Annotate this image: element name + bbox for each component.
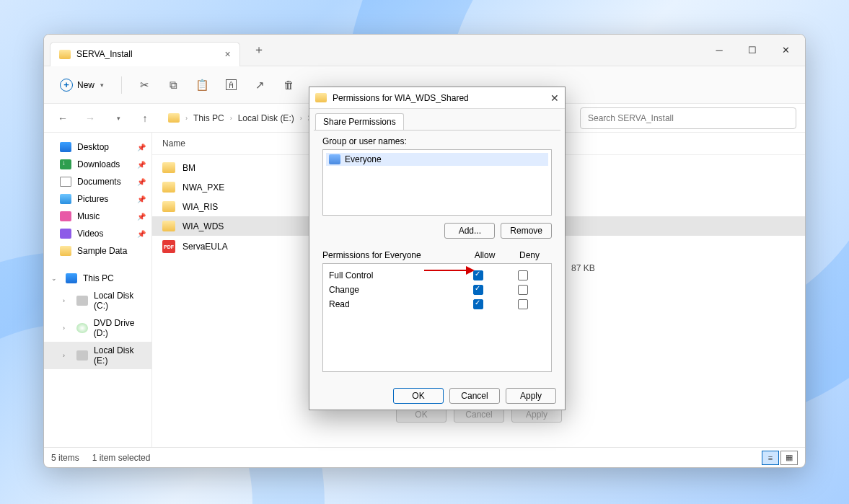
cancel-button[interactable]: Cancel	[449, 388, 500, 404]
add-button[interactable]: Add...	[444, 223, 495, 239]
paste-icon[interactable]: 📋	[190, 73, 214, 97]
share-icon[interactable]: ↗	[247, 73, 272, 97]
close-icon[interactable]: ✕	[550, 92, 559, 104]
plus-icon: +	[60, 79, 73, 92]
sidebar-item-label: Sample Data	[77, 246, 127, 256]
sidebar-item-videos[interactable]: Videos📌	[44, 225, 151, 242]
music-icon	[60, 211, 71, 221]
sidebar-item-this-pc[interactable]: ⌄This PC	[44, 270, 151, 287]
sidebar-item-desktop[interactable]: Desktop📌	[44, 138, 151, 156]
folder-icon	[162, 201, 175, 212]
sidebar-item-drive[interactable]: ›Local Disk (C:)	[44, 287, 151, 314]
permission-row: Change	[329, 283, 545, 297]
pin-icon: 📌	[137, 178, 146, 186]
forward-button[interactable]: →	[80, 108, 100, 128]
allow-checkbox[interactable]	[473, 270, 483, 280]
folder-icon	[168, 113, 180, 123]
recent-dropdown[interactable]: ▾	[107, 108, 128, 128]
tab-close-icon[interactable]: ×	[225, 48, 231, 60]
expand-icon[interactable]: ›	[63, 324, 71, 332]
disk-icon	[76, 350, 88, 361]
doc-icon	[60, 177, 71, 187]
cut-icon[interactable]: ✂	[132, 73, 157, 97]
sidebar-item-label: Videos	[77, 229, 103, 239]
window-tab[interactable]: SERVA_Install ×	[50, 42, 240, 66]
sidebar-item-drive[interactable]: ›Local Disk (E:)	[44, 342, 151, 369]
deny-checkbox[interactable]	[518, 299, 528, 309]
sidebar-item-music[interactable]: Music📌	[44, 208, 151, 225]
back-button[interactable]: ←	[53, 108, 73, 128]
apply-button[interactable]: Apply	[506, 388, 556, 404]
expand-icon[interactable]: ›	[63, 352, 71, 359]
disk-icon	[76, 296, 88, 306]
breadcrumb-segment[interactable]: Local Disk (E:)	[238, 113, 294, 123]
pin-icon: 📌	[137, 195, 146, 203]
dialog-tabs: Share Permissions	[309, 109, 565, 130]
sidebar-item-label: Downloads	[77, 159, 120, 169]
sidebar-item-sample-data[interactable]: Sample Data	[44, 242, 151, 260]
group-label: Group or user names:	[322, 136, 552, 146]
pc-icon	[66, 273, 77, 283]
file-name: ServaEULA	[182, 242, 228, 252]
folder-icon	[59, 50, 71, 59]
new-tab-button[interactable]: ＋	[253, 43, 265, 58]
deny-header: Deny	[507, 250, 552, 260]
pin-icon: 📌	[137, 143, 146, 151]
minimize-button[interactable]: ─	[703, 39, 736, 62]
allow-header: Allow	[462, 250, 507, 260]
status-bar: 5 items 1 item selected ≡ ▦	[44, 447, 805, 467]
group-row-everyone[interactable]: Everyone	[326, 153, 548, 166]
details-view-button[interactable]: ≡	[762, 451, 779, 465]
folder-icon	[60, 246, 71, 256]
tab-share-permissions[interactable]: Share Permissions	[315, 113, 404, 130]
search-input[interactable]	[586, 112, 790, 124]
breadcrumb-segment[interactable]: This PC	[193, 113, 224, 123]
allow-checkbox[interactable]	[473, 299, 483, 309]
pin-icon: 📌	[137, 230, 146, 238]
sidebar-item-label: Music	[77, 211, 100, 221]
close-window-button[interactable]: ✕	[769, 39, 802, 62]
rename-icon[interactable]: 🄰	[219, 73, 243, 97]
permissions-dialog: Permissions for WIA_WDS_Shared ✕ Share P…	[309, 87, 566, 410]
dialog-titlebar: Permissions for WIA_WDS_Shared ✕	[309, 87, 565, 109]
expand-icon[interactable]: ›	[63, 297, 71, 304]
file-name: WIA_RIS	[182, 202, 218, 212]
status-item-count: 5 items	[51, 453, 79, 463]
group-name: Everyone	[345, 154, 382, 164]
search-box[interactable]	[580, 107, 796, 129]
allow-checkbox[interactable]	[473, 285, 483, 295]
sidebar: Desktop📌Downloads📌Documents📌Pictures📌Mus…	[44, 133, 152, 447]
remove-button[interactable]: Remove	[501, 223, 552, 239]
new-label: New	[77, 80, 94, 90]
permission-row: Read	[329, 297, 545, 311]
sidebar-item-pictures[interactable]: Pictures📌	[44, 190, 151, 208]
delete-icon[interactable]: 🗑	[276, 73, 301, 97]
deny-checkbox[interactable]	[518, 270, 528, 280]
copy-icon[interactable]: ⧉	[161, 73, 185, 97]
chevron-right-icon: ›	[300, 115, 302, 122]
sidebar-item-drive[interactable]: ›DVD Drive (D:)	[44, 314, 151, 342]
new-button[interactable]: + New ▾	[53, 74, 111, 96]
desktop-icon	[60, 142, 71, 152]
sidebar-item-label: Documents	[77, 177, 121, 187]
separator	[121, 76, 122, 94]
permission-name: Change	[329, 285, 456, 295]
sidebar-item-documents[interactable]: Documents📌	[44, 173, 151, 190]
pdf-icon: PDF	[162, 240, 175, 253]
down-icon	[60, 159, 71, 169]
icons-view-button[interactable]: ▦	[780, 451, 798, 465]
sidebar-item-label: Local Disk (C:)	[94, 291, 146, 311]
group-list[interactable]: Everyone	[322, 149, 552, 216]
pin-icon: 📌	[137, 161, 146, 169]
deny-checkbox[interactable]	[518, 285, 528, 295]
tab-title: SERVA_Install	[76, 49, 133, 59]
folder-icon	[162, 182, 175, 193]
file-name: NWA_PXE	[182, 182, 224, 193]
maximize-button[interactable]: ☐	[736, 39, 769, 62]
folder-icon	[315, 93, 327, 102]
sidebar-item-downloads[interactable]: Downloads📌	[44, 156, 151, 173]
up-button[interactable]: ↑	[135, 108, 155, 128]
expand-icon[interactable]: ⌄	[51, 275, 60, 282]
users-icon	[329, 154, 340, 164]
ok-button[interactable]: OK	[393, 388, 444, 404]
